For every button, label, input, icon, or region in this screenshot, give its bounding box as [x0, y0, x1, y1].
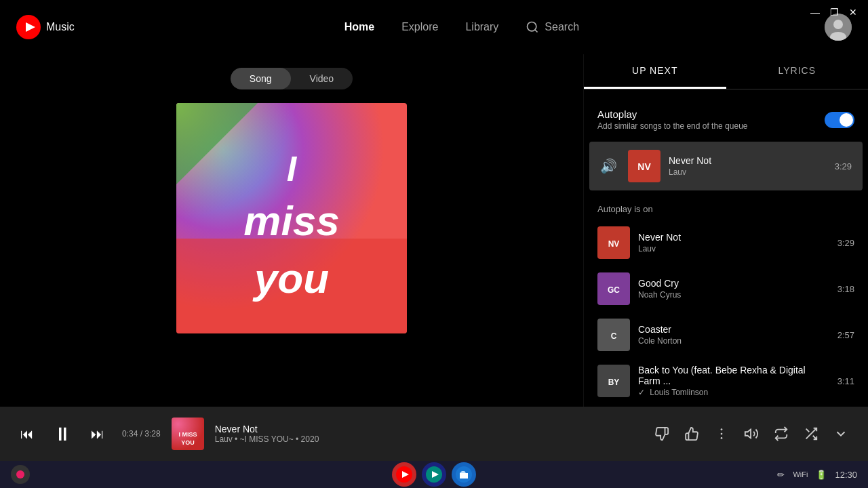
queue-info-3: Back to You (feat. Bebe Rexha & Digital … — [638, 365, 829, 397]
album-art: I miss you — [176, 103, 407, 333]
panel-tabs: UP NEXT LYRICS — [584, 54, 868, 89]
queue-info-1: Good Cry Noah Cyrus — [638, 278, 829, 300]
queue-thumb-0: NV — [597, 226, 630, 259]
maximize-button[interactable]: ❐ — [827, 5, 841, 19]
main-content: Song Video — [0, 54, 868, 434]
queue-title-3: Back to You (feat. Bebe Rexha & Digital … — [638, 365, 829, 386]
autoplay-on-label: Autoplay is on — [584, 193, 868, 220]
svg-point-32 — [721, 437, 723, 439]
more-button[interactable] — [711, 423, 732, 445]
search-area[interactable]: Search — [526, 20, 579, 34]
svg-point-30 — [721, 428, 723, 430]
shuffle-button[interactable] — [800, 423, 822, 445]
pause-button[interactable]: ⏸ — [52, 423, 73, 445]
taskbar-time: 12:30 — [835, 470, 857, 480]
chevron-down-icon — [833, 426, 848, 441]
queue-info-2: Coaster Cole Norton — [638, 324, 829, 346]
queue-item-3[interactable]: BY Back to You (feat. Bebe Rexha & Digit… — [584, 358, 868, 404]
panel-content: Autoplay Add similar songs to the end of… — [584, 89, 868, 434]
svg-point-37 — [16, 470, 24, 479]
queue-item-1[interactable]: GC Good Cry Noah Cyrus 3:18 — [584, 266, 868, 312]
autoplay-toggle[interactable] — [825, 112, 854, 128]
search-icon — [526, 20, 539, 34]
nav-home[interactable]: Home — [344, 21, 374, 33]
logo-icon — [16, 15, 41, 39]
repeat-icon — [774, 426, 789, 441]
svg-text:NV: NV — [637, 161, 651, 172]
svg-line-4 — [535, 30, 538, 33]
current-track-artist: Lauv — [669, 167, 827, 177]
like-button[interactable] — [681, 423, 703, 445]
repeat-button[interactable] — [770, 423, 792, 445]
taskbar-wifi-icon: WiFi — [793, 470, 808, 479]
tab-lyrics[interactable]: LYRICS — [726, 54, 869, 89]
current-track-info: Never Not Lauv — [669, 155, 827, 177]
now-playing-info: Never Not Lauv • ~I MISS YOU~ • 2020 — [215, 424, 319, 444]
now-playing-meta: Lauv • ~I MISS YOU~ • 2020 — [215, 434, 319, 444]
taskbar-battery-icon: 🔋 — [816, 470, 827, 480]
queue-title-0: Never Not — [638, 232, 829, 243]
taskbar-dot-icon[interactable] — [11, 465, 30, 484]
queue-artist-2: Cole Norton — [638, 336, 829, 346]
taskbar-ytmusic-icon[interactable] — [392, 462, 416, 487]
svg-text:GC: GC — [608, 285, 620, 295]
time-display: 0:34 / 3:28 — [122, 429, 161, 439]
queue-thumb-2: C — [597, 319, 630, 351]
current-track-row[interactable]: 🔊 NV Never Not Lauv 3:29 — [589, 142, 863, 190]
tab-up-next[interactable]: UP NEXT — [584, 54, 726, 89]
logo[interactable]: Music — [16, 15, 75, 39]
taskbar-edit-icon[interactable]: ✏ — [777, 470, 785, 480]
current-track-duration: 3:29 — [835, 161, 852, 171]
song-video-toggle[interactable]: Song Video — [231, 68, 353, 89]
prev-button[interactable]: ⏮ — [16, 423, 38, 445]
close-button[interactable]: ✕ — [846, 5, 860, 19]
player-actions — [651, 423, 852, 445]
logo-text: Music — [46, 21, 75, 33]
queue-artist-1: Noah Cyrus — [638, 290, 829, 300]
queue-duration-2: 2:57 — [837, 330, 854, 340]
svg-text:miss: miss — [243, 197, 339, 244]
main-nav: Home Explore Library Search — [115, 20, 808, 34]
svg-text:you: you — [252, 255, 329, 302]
taskbar-playstore-icon[interactable] — [422, 462, 446, 487]
volume-button[interactable] — [741, 423, 762, 445]
song-toggle-btn[interactable]: Song — [231, 68, 291, 89]
taskbar: ✏ WiFi 🔋 12:30 — [0, 461, 868, 488]
volume-icon — [744, 426, 759, 441]
svg-text:BY: BY — [608, 378, 620, 387]
queue-item-0[interactable]: NV Never Not Lauv 3:29 — [584, 220, 868, 266]
svg-text:I: I — [287, 149, 298, 188]
video-toggle-btn[interactable]: Video — [291, 68, 353, 89]
svg-marker-33 — [745, 430, 751, 439]
svg-point-31 — [721, 433, 723, 435]
queue-expand-button[interactable] — [830, 423, 852, 445]
nav-explore[interactable]: Explore — [401, 21, 438, 33]
svg-text:NV: NV — [608, 239, 620, 249]
player-controls: ⏮ ⏸ ⏭ 0:34 / 3:28 — [16, 423, 161, 445]
autoplay-label: Autoplay — [597, 108, 747, 120]
taskbar-files-icon[interactable] — [452, 462, 476, 487]
right-panel: UP NEXT LYRICS Autoplay Add similar song… — [583, 54, 868, 434]
queue-title-2: Coaster — [638, 324, 829, 335]
verified-icon-3: ✓ — [638, 388, 645, 397]
svg-text:YOU: YOU — [181, 439, 195, 446]
minimize-button[interactable]: — — [808, 5, 822, 19]
current-track-thumb: NV — [628, 150, 660, 182]
queue-duration-1: 3:18 — [837, 284, 854, 294]
title-bar: — ❐ ✕ — [800, 0, 868, 24]
volume-playing-icon: 🔊 — [600, 158, 617, 174]
like-icon — [684, 426, 699, 441]
next-button[interactable]: ⏭ — [87, 423, 108, 445]
queue-title-1: Good Cry — [638, 278, 829, 289]
queue-info-0: Never Not Lauv — [638, 232, 829, 253]
taskbar-center — [392, 462, 476, 487]
queue-item-2[interactable]: C Coaster Cole Norton 2:57 — [584, 312, 868, 358]
queue-thumb-3: BY — [597, 365, 630, 397]
nav-library[interactable]: Library — [465, 21, 498, 33]
queue-artist-0: Lauv — [638, 244, 829, 253]
svg-text:I MISS: I MISS — [178, 431, 197, 438]
queue-duration-3: 3:11 — [837, 376, 854, 386]
autoplay-info: Autoplay Add similar songs to the end of… — [597, 108, 747, 131]
dislike-button[interactable] — [651, 423, 673, 445]
queue-thumb-1: GC — [597, 272, 630, 305]
